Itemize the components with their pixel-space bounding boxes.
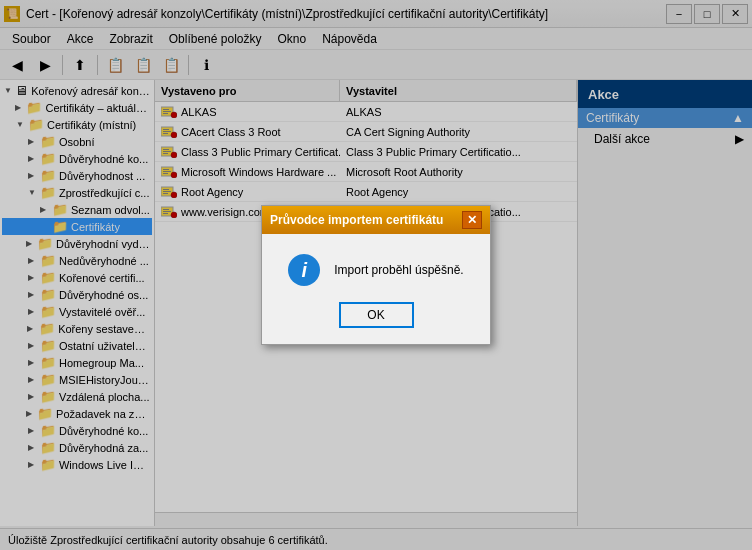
dialog-title: Průvodce importem certifikátu [270,213,443,227]
import-dialog: Průvodce importem certifikátu ✕ i Import… [261,205,491,345]
dialog-info-icon: i [288,254,320,286]
dialog-body: i Import proběhl úspěšně. OK [262,234,490,344]
dialog-message: Import proběhl úspěšně. [334,263,463,277]
dialog-message-row: i Import proběhl úspěšně. [288,254,463,286]
dialog-overlay: Průvodce importem certifikátu ✕ i Import… [0,0,752,550]
dialog-close-button[interactable]: ✕ [462,211,482,229]
dialog-title-bar: Průvodce importem certifikátu ✕ [262,206,490,234]
dialog-ok-button[interactable]: OK [339,302,414,328]
